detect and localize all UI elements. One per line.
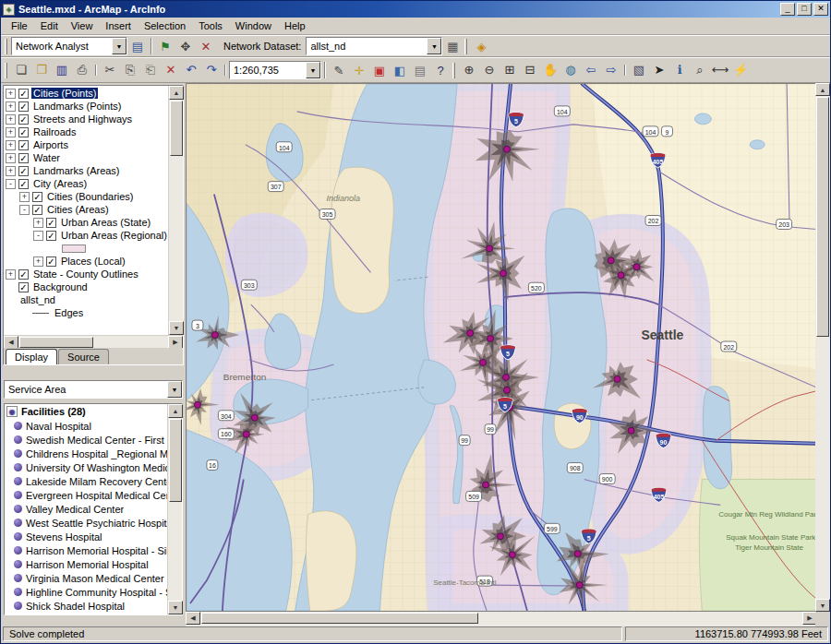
layer-label[interactable]: Landmarks (Areas) xyxy=(31,165,122,176)
minimize-button[interactable]: _ xyxy=(780,3,795,16)
layer-label[interactable]: Background xyxy=(31,281,90,292)
toolbar-grip[interactable] xyxy=(5,63,7,78)
toc-layer-cities-boundaries[interactable]: +✓Cities (Boundaries) xyxy=(4,190,168,203)
layer-checkbox[interactable]: ✓ xyxy=(18,140,29,150)
toc-layer-urban-areas-state[interactable]: +✓Urban Areas (State) xyxy=(4,216,168,229)
scrollbar-thumb[interactable] xyxy=(170,101,183,156)
menu-tools[interactable]: Tools xyxy=(192,18,229,33)
toc-layer-airports[interactable]: +✓Airports xyxy=(4,138,168,151)
facility-item[interactable]: Childrens Hospital _Regional Medi xyxy=(5,447,167,460)
scrollbar-thumb[interactable] xyxy=(19,337,93,348)
fixed-zoom-in-icon[interactable]: ⊞ xyxy=(500,61,520,79)
whats-this-icon[interactable]: ? xyxy=(430,61,451,79)
expand-icon[interactable]: + xyxy=(6,101,16,112)
expand-icon[interactable]: + xyxy=(19,192,30,202)
toc-layer-cities-points[interactable]: +✓Cities (Points) xyxy=(4,87,168,100)
toc-layer-symbol[interactable] xyxy=(4,242,168,255)
scrollbar-thumb[interactable] xyxy=(169,419,182,502)
facilities-vertical-scrollbar[interactable]: ▲ ▼ xyxy=(167,404,182,614)
layer-checkbox[interactable]: ✓ xyxy=(46,256,56,267)
close-button[interactable]: ✕ xyxy=(813,3,828,16)
facility-item[interactable]: Harrison Memorial Hospital - Silve xyxy=(5,543,167,557)
toc-layer-streets-and-highways[interactable]: +✓Streets and Highways xyxy=(4,113,168,125)
layer-label[interactable]: City (Areas) xyxy=(31,178,89,189)
layer-checkbox[interactable]: ✓ xyxy=(18,282,29,292)
pan-icon[interactable]: ✋ xyxy=(540,61,560,79)
toc-layer-state-county-outlines[interactable]: +✓State - County Outlines xyxy=(4,268,168,280)
scroll-down-icon[interactable]: ▼ xyxy=(168,601,183,614)
chevron-down-icon[interactable]: ▼ xyxy=(167,381,182,398)
toolbar-grip[interactable] xyxy=(464,39,467,54)
layer-checkbox[interactable]: ✓ xyxy=(18,114,29,125)
expand-icon[interactable]: + xyxy=(6,127,16,137)
scrollbar-thumb[interactable] xyxy=(201,613,478,624)
layer-checkbox[interactable]: ✓ xyxy=(18,179,29,189)
undo-icon[interactable]: ↶ xyxy=(181,61,201,79)
identify-icon[interactable]: ℹ xyxy=(669,61,690,79)
scroll-up-icon[interactable]: ▲ xyxy=(815,83,830,96)
layer-checkbox[interactable]: ✓ xyxy=(46,218,56,228)
paste-icon[interactable]: ⎗ xyxy=(140,61,161,79)
directions-window-icon[interactable]: ▦ xyxy=(442,37,463,55)
fixed-zoom-out-icon[interactable]: ⊟ xyxy=(520,61,540,79)
facility-item[interactable]: University Of Washington Medica xyxy=(5,460,167,474)
facility-item[interactable]: Shick Shadel Hospital xyxy=(5,599,167,613)
solve-icon[interactable]: ◈ xyxy=(471,37,491,55)
measure-icon[interactable]: ⟷ xyxy=(710,61,730,79)
layer-checkbox[interactable]: ✓ xyxy=(46,231,56,241)
layer-checkbox[interactable]: ✓ xyxy=(18,127,29,137)
toolbar-grip[interactable] xyxy=(5,39,7,54)
menu-selection[interactable]: Selection xyxy=(138,18,192,33)
toc-layer-allst-nd[interactable]: allst_nd xyxy=(4,293,168,306)
facility-item[interactable]: Harrison Memorial Hospital xyxy=(5,557,167,571)
delete-icon[interactable]: ✕ xyxy=(161,61,181,79)
layer-label[interactable]: Streets and Highways xyxy=(31,113,134,125)
expand-icon[interactable]: + xyxy=(33,218,43,228)
map-scale-combo[interactable]: 1:260,735 ▼ xyxy=(229,61,321,79)
hyperlink-icon[interactable]: ⚡ xyxy=(730,61,751,79)
layer-checkbox[interactable]: ✓ xyxy=(18,269,29,280)
expand-icon[interactable]: + xyxy=(6,89,16,99)
toc-layer-background[interactable]: ✓Background xyxy=(4,280,168,293)
menu-window[interactable]: Window xyxy=(229,18,278,33)
toc-layer-places-local[interactable]: +✓Places (Local) xyxy=(4,255,168,268)
toc-layer-landmarks-areas[interactable]: +✓Landmarks (Areas) xyxy=(4,164,168,177)
menu-view[interactable]: View xyxy=(65,18,100,33)
map-canvas[interactable]: 1043073053303304160165104104940520220352… xyxy=(186,83,817,612)
facility-item[interactable]: Evergreen Hospital Medical Cent xyxy=(5,488,167,502)
expand-icon[interactable]: + xyxy=(6,114,16,125)
toolbar-grip[interactable] xyxy=(452,63,455,78)
layer-label[interactable]: State - County Outlines xyxy=(31,268,140,280)
delete-network-location-icon[interactable]: ✕ xyxy=(196,37,216,55)
create-network-location-tool-icon[interactable]: ⚑ xyxy=(155,37,175,55)
toc-horizontal-scrollbar[interactable]: ◀ ▶ xyxy=(4,335,183,348)
expand-icon[interactable]: + xyxy=(6,140,16,150)
tab-display[interactable]: Display xyxy=(6,349,57,364)
scrollbar-thumb[interactable] xyxy=(816,97,829,337)
facility-item[interactable]: Lakeside Milam Recovery Center xyxy=(5,474,167,488)
title-bar[interactable]: ◈ Seattle.mxd - ArcMap - ArcInfo _ □ ✕ xyxy=(1,1,830,18)
layer-label[interactable]: Edges xyxy=(53,307,85,318)
collapse-icon[interactable]: - xyxy=(19,205,30,215)
redo-icon[interactable]: ↷ xyxy=(201,61,222,79)
toc-layer-urban-areas-regional[interactable]: -✓Urban Areas (Regional) xyxy=(4,229,168,242)
facility-item[interactable]: Swedish Medical Center - First Hi xyxy=(5,433,167,447)
command-cube-icon[interactable]: ◧ xyxy=(390,61,410,79)
analysis-layer-dropdown[interactable]: Service Area ▼ xyxy=(4,380,183,399)
menu-edit[interactable]: Edit xyxy=(34,18,65,33)
facility-item[interactable]: Stevens Hospital xyxy=(5,530,167,543)
layer-checkbox[interactable]: ✓ xyxy=(32,192,42,202)
model-window-icon[interactable]: ▤ xyxy=(410,61,430,79)
menu-help[interactable]: Help xyxy=(278,18,312,33)
select-features-icon[interactable]: ▧ xyxy=(629,61,649,79)
layer-label[interactable]: Cities (Points) xyxy=(31,88,98,99)
expand-icon[interactable]: + xyxy=(6,153,16,163)
layer-label[interactable]: Railroads xyxy=(31,126,78,137)
scroll-up-icon[interactable]: ▲ xyxy=(168,404,183,418)
editor-pencil-icon[interactable]: ✎ xyxy=(329,61,349,79)
select-network-location-tool-icon[interactable]: ✥ xyxy=(175,37,196,55)
zoom-in-icon[interactable]: ⊕ xyxy=(459,61,479,79)
scroll-down-icon[interactable]: ▼ xyxy=(815,599,830,612)
layer-label[interactable]: Urban Areas (Regional) xyxy=(59,230,168,241)
chevron-down-icon[interactable]: ▼ xyxy=(306,62,320,78)
